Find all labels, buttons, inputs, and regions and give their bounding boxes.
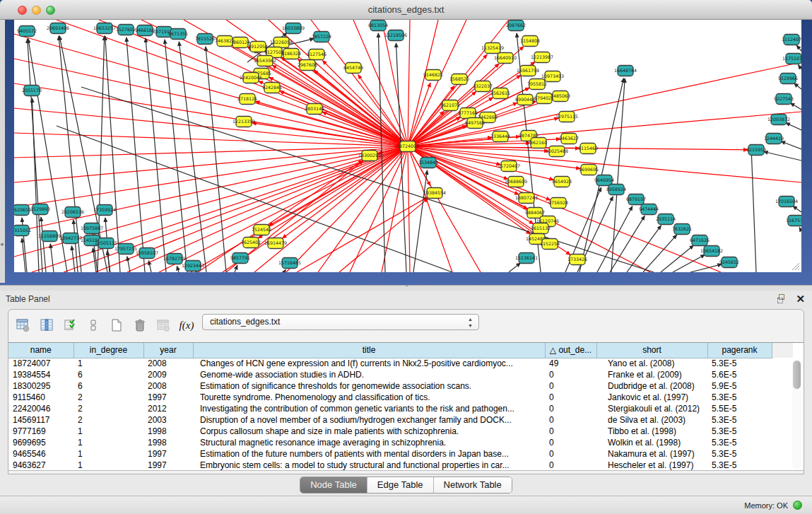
network-node[interactable]: 9315051 xyxy=(14,226,31,236)
network-node[interactable]: 1568520 xyxy=(449,74,469,85)
network-node[interactable]: 18724007 xyxy=(396,141,419,152)
table-scrollbar-thumb[interactable] xyxy=(793,361,801,389)
network-node[interactable]: 2087662 xyxy=(506,21,526,31)
network-node[interactable]: 22420046 xyxy=(240,73,262,83)
network-node[interactable]: 6879197 xyxy=(626,194,646,205)
resize-grip-icon[interactable] xyxy=(790,261,800,271)
column-header-pagerank[interactable]: pagerank xyxy=(707,343,772,358)
new-table-button[interactable] xyxy=(109,317,124,333)
network-node[interactable]: 12975115 xyxy=(555,112,578,122)
network-node[interactable]: 17016504 xyxy=(775,197,798,207)
network-node[interactable]: 12213987 xyxy=(531,52,553,63)
network-node[interactable]: 1154808 xyxy=(520,36,540,47)
network-node[interactable]: 2336444 xyxy=(490,132,510,142)
close-panel-icon[interactable]: ✕ xyxy=(796,293,805,305)
network-node[interactable]: 7815526 xyxy=(195,34,215,45)
network-node[interactable]: 6471626 xyxy=(690,235,710,246)
network-node[interactable]: 16543962 xyxy=(254,56,276,66)
network-node[interactable]: 1562615 xyxy=(490,88,510,99)
network-node[interactable]: 8958924 xyxy=(606,185,626,195)
network-node[interactable]: 15218506 xyxy=(384,30,407,41)
network-node[interactable]: 16033809 xyxy=(282,23,305,34)
table-row[interactable]: 1872400712008Changes of HCN gene express… xyxy=(8,358,793,369)
column-header-short[interactable]: short xyxy=(596,343,707,358)
network-node[interactable]: 18300295 xyxy=(358,151,381,161)
table-row[interactable]: 1938455462009Genome-wide association stu… xyxy=(8,369,793,380)
network-node[interactable]: 9756928 xyxy=(548,198,568,209)
table-row[interactable]: 969969511998Structural magnetic resonanc… xyxy=(8,437,793,448)
network-node[interactable]: 1733426 xyxy=(567,255,587,265)
show-column-button[interactable] xyxy=(39,317,54,333)
column-header-title[interactable]: title xyxy=(193,343,545,358)
network-node[interactable]: 17359924 xyxy=(93,205,116,216)
table-settings-button[interactable] xyxy=(16,317,31,333)
network-node[interactable]: 10688609 xyxy=(505,177,527,187)
table-scrollbar[interactable] xyxy=(792,360,801,469)
table-row[interactable]: 1830029562008Estimation of significance … xyxy=(8,380,793,392)
network-node[interactable]: 9654923 xyxy=(552,177,572,187)
tab-edge-table[interactable]: Edge Table xyxy=(367,477,434,493)
network-node[interactable]: 10025488 xyxy=(546,146,568,157)
citation-network-graph[interactable]: 1872400788601248912954132260589127508165… xyxy=(14,20,801,272)
network-node[interactable]: 2718126 xyxy=(237,94,257,105)
column-header-in_degree[interactable]: in_degree xyxy=(73,343,143,358)
network-node[interactable]: 20206536 xyxy=(61,207,84,218)
network-node[interactable]: 2803144 xyxy=(305,104,324,115)
function-builder-button[interactable]: f(x) xyxy=(179,317,194,333)
table-row[interactable]: 1456911722003Disruption of a novel membe… xyxy=(8,414,793,426)
network-node[interactable]: 16914479 xyxy=(264,238,287,249)
network-node[interactable]: 9129966 xyxy=(778,74,798,84)
network-node[interactable]: 7625402 xyxy=(241,238,261,248)
network-node[interactable]: 15716485 xyxy=(278,258,301,269)
network-node[interactable]: 9671355 xyxy=(168,29,188,40)
tab-node-table[interactable]: Node Table xyxy=(300,477,367,493)
network-node[interactable]: 15136141 xyxy=(515,253,538,264)
table-row[interactable]: 946554611997Estimation of the future num… xyxy=(8,448,793,460)
network-node[interactable]: 3322037 xyxy=(473,81,493,92)
network-node[interactable]: 9621072 xyxy=(440,100,460,111)
network-node[interactable]: 8813054 xyxy=(368,21,388,31)
network-node[interactable]: 1167531 xyxy=(786,216,801,226)
network-node[interactable]: 16961758 xyxy=(517,66,539,76)
network-node[interactable]: 8215953 xyxy=(746,145,766,156)
network-node[interactable]: 12213359 xyxy=(233,117,255,127)
network-node[interactable]: 11325419 xyxy=(481,43,504,54)
network-node[interactable]: 1244419 xyxy=(764,134,784,144)
network-node[interactable]: 8990448 xyxy=(515,95,535,105)
network-node[interactable]: 13226058 xyxy=(270,37,293,48)
network-node[interactable]: 11156809 xyxy=(38,231,61,242)
network-node[interactable]: 16640910 xyxy=(494,53,517,64)
network-node[interactable]: 8186328 xyxy=(281,49,301,59)
network-node[interactable]: 9777169 xyxy=(458,108,478,119)
network-node[interactable]: 1529893 xyxy=(30,204,50,215)
network-node[interactable]: 9115460 xyxy=(578,144,598,154)
network-node[interactable]: 7524542 xyxy=(252,225,271,235)
network-node[interactable]: 10958107 xyxy=(136,248,158,259)
delete-table-button[interactable] xyxy=(155,317,171,333)
network-node[interactable]: 10975887 xyxy=(81,223,103,234)
network-node[interactable]: 9127546 xyxy=(307,49,326,60)
table-row[interactable]: 911546021997Tourette syndrome. Phenomeno… xyxy=(8,392,793,403)
collapse-panel-arrow-icon[interactable]: ◂ xyxy=(0,240,4,247)
network-canvas[interactable]: 1872400788601248912954132260589127508165… xyxy=(14,20,801,272)
network-node[interactable]: 7955812 xyxy=(527,79,547,90)
network-node[interactable]: 2935114 xyxy=(656,214,676,225)
network-node[interactable]: 12923443 xyxy=(182,261,204,271)
network-node[interactable]: 9463627 xyxy=(559,134,579,144)
network-node[interactable]: 7857224 xyxy=(312,32,331,42)
select-all-button[interactable] xyxy=(62,317,78,333)
network-node[interactable]: 9857791 xyxy=(230,253,250,264)
network-node[interactable]: 9245652 xyxy=(719,257,739,268)
column-header-year[interactable]: year xyxy=(143,343,193,358)
network-node[interactable]: 18807243 xyxy=(515,193,538,204)
network-node[interactable]: 9699695 xyxy=(579,165,599,175)
network-node[interactable]: 16648784 xyxy=(614,66,637,76)
network-node[interactable]: 10973493 xyxy=(541,71,564,82)
network-node[interactable]: 10653257 xyxy=(93,23,116,34)
network-node[interactable]: 2055170 xyxy=(22,86,42,96)
network-node[interactable]: 2620659 xyxy=(14,205,31,216)
row-height-button[interactable] xyxy=(86,317,101,333)
network-node[interactable]: 9466160 xyxy=(135,25,155,36)
network-node[interactable]: 6497568 xyxy=(465,118,485,129)
network-node[interactable]: 862160 xyxy=(530,138,547,148)
